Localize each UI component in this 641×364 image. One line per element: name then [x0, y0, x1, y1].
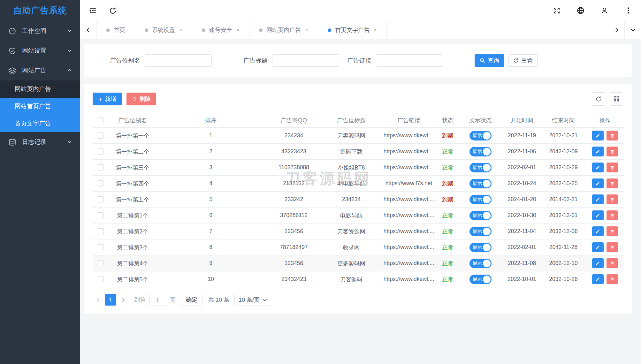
toggle-knob — [483, 228, 491, 235]
cell-link: https://www.dkewl.... — [380, 255, 438, 271]
edit-button[interactable] — [592, 131, 604, 140]
column-header: 操作 — [586, 113, 624, 128]
cell-qq: 23432423 — [265, 271, 323, 287]
tabs-scroll-left-icon[interactable] — [80, 21, 97, 39]
collapse-sidebar-icon[interactable] — [88, 6, 97, 15]
fullscreen-icon[interactable] — [552, 6, 561, 15]
status-badge: 到期 — [442, 180, 454, 187]
row-checkbox[interactable] — [98, 196, 104, 202]
tabs-menu-icon[interactable] — [624, 21, 641, 39]
sidebar-submenu-item[interactable]: 首页文字广告 — [0, 115, 80, 132]
cell-link: https://www.dkewl.... — [380, 128, 438, 144]
refresh-icon[interactable] — [109, 6, 117, 15]
tab-close-icon[interactable]: × — [373, 27, 377, 34]
row-checkbox[interactable] — [98, 180, 104, 186]
display-toggle[interactable]: 展示 — [469, 243, 492, 252]
sidebar-item-site-settings[interactable]: 网站设置 — [0, 41, 80, 61]
select-all-checkbox[interactable] — [98, 117, 104, 123]
row-delete-button[interactable] — [607, 131, 618, 140]
reset-button[interactable]: 重置 — [508, 54, 538, 67]
cell-title: 更多源码网 — [323, 255, 380, 271]
search-field-input[interactable] — [376, 54, 443, 67]
row-checkbox[interactable] — [98, 164, 104, 171]
user-icon[interactable] — [600, 6, 609, 15]
edit-button[interactable] — [592, 242, 604, 252]
plus-icon: + — [98, 96, 102, 102]
tab-item[interactable]: 网站页内广告 × — [249, 21, 318, 39]
row-delete-button[interactable] — [607, 242, 618, 252]
display-toggle[interactable]: 展示 — [469, 147, 492, 156]
table-refresh-icon[interactable] — [592, 92, 605, 106]
toggle-knob — [483, 132, 491, 140]
tabs-scroll-right-icon[interactable] — [608, 21, 624, 39]
sidebar-item-site-ads[interactable]: 网站广告 — [0, 61, 80, 80]
display-toggle[interactable]: 展示 — [469, 163, 492, 172]
sidebar-item-workspace[interactable]: 工作空间 — [0, 21, 80, 41]
edit-button[interactable] — [592, 178, 604, 188]
edit-button[interactable] — [592, 194, 604, 204]
add-button[interactable]: + 新增 — [93, 93, 122, 105]
row-delete-button[interactable] — [607, 194, 618, 204]
display-toggle[interactable]: 展示 — [469, 275, 492, 284]
confirm-button[interactable]: 确定 — [181, 294, 202, 306]
tab-close-icon[interactable]: × — [179, 27, 182, 34]
prev-page-icon[interactable] — [93, 294, 103, 306]
display-toggle[interactable]: 展示 — [469, 131, 492, 140]
display-toggle[interactable]: 展示 — [469, 195, 492, 204]
row-checkbox[interactable] — [98, 133, 104, 139]
search-field-input[interactable] — [145, 54, 212, 67]
tab-close-icon[interactable]: × — [236, 27, 240, 34]
row-checkbox[interactable] — [98, 148, 104, 155]
row-delete-button[interactable] — [607, 147, 618, 156]
cell-alias: 第一排第五个 — [109, 192, 156, 208]
edit-button[interactable] — [592, 147, 604, 156]
row-delete-button[interactable] — [607, 274, 618, 284]
sidebar-submenu-item[interactable]: 网站首页广告 — [0, 98, 80, 115]
edit-button[interactable] — [592, 210, 604, 220]
row-checkbox[interactable] — [98, 276, 104, 282]
page-jump-input[interactable] — [149, 294, 166, 306]
kebab-menu-icon[interactable]: ⋮ — [624, 6, 633, 15]
edit-button[interactable] — [592, 258, 604, 268]
row-delete-button[interactable] — [607, 178, 618, 188]
status-badge: 正常 — [442, 260, 454, 267]
row-checkbox[interactable] — [98, 260, 104, 266]
row-delete-button[interactable] — [607, 258, 618, 268]
delete-button-label: 删除 — [139, 95, 151, 103]
submenu-item-label: 网站首页广告 — [15, 102, 51, 110]
main-area: ⋮ 首页 系统设置 × — [80, 0, 641, 364]
display-toggle[interactable]: 展示 — [469, 179, 492, 188]
tab-item[interactable]: 账号安全 × — [192, 21, 249, 39]
tab-close-icon[interactable]: × — [305, 27, 308, 34]
sidebar-item-logs[interactable]: 日志记录 — [0, 132, 80, 152]
page-size-select[interactable]: 10 条/页 — [234, 294, 271, 306]
row-checkbox[interactable] — [98, 244, 104, 250]
tab-item[interactable]: 首页文字广告 × — [318, 21, 387, 39]
display-toggle[interactable]: 展示 — [469, 259, 492, 268]
tab-item[interactable]: 系统设置 × — [135, 21, 192, 39]
display-toggle[interactable]: 展示 — [469, 211, 492, 220]
display-toggle[interactable]: 展示 — [469, 227, 492, 236]
edit-button[interactable] — [592, 163, 604, 172]
row-delete-button[interactable] — [607, 226, 618, 236]
page-unit-label: 页 — [170, 296, 176, 304]
column-settings-icon[interactable] — [610, 92, 623, 106]
next-page-icon[interactable] — [118, 294, 128, 306]
sidebar-submenu-site-ads: 网站页内广告 网站首页广告 首页文字广告 — [0, 80, 80, 132]
delete-button[interactable]: 删除 — [126, 93, 156, 105]
globe-icon[interactable] — [576, 6, 585, 15]
page-number-button[interactable]: 1 — [105, 294, 116, 306]
sidebar-submenu-item[interactable]: 网站页内广告 — [0, 80, 80, 98]
row-checkbox[interactable] — [98, 212, 104, 218]
query-button[interactable]: 查询 — [475, 54, 504, 67]
row-checkbox[interactable] — [98, 228, 104, 234]
cell-alias: 第一排第四个 — [109, 176, 156, 192]
display-toggle-label: 展示 — [473, 260, 482, 266]
edit-button[interactable] — [592, 274, 604, 284]
row-delete-button[interactable] — [607, 210, 618, 220]
sidebar-item-label: 工作空间 — [22, 27, 46, 35]
row-delete-button[interactable] — [607, 163, 618, 172]
edit-button[interactable] — [592, 226, 604, 236]
tab-item[interactable]: 首页 — [97, 21, 135, 39]
search-field-input[interactable] — [272, 54, 339, 67]
